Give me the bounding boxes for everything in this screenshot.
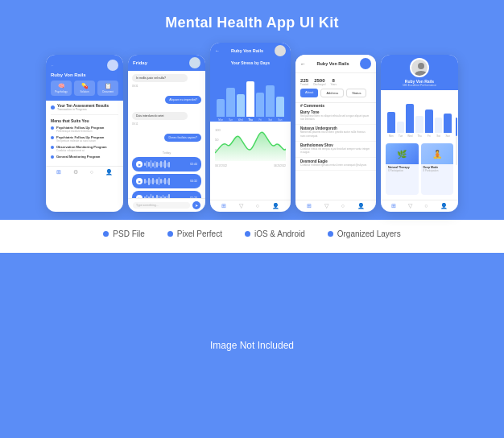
bottom-features-section: PSD File Pixel Perfect iOS & Android Org… [0, 220, 504, 253]
user-avatar [410, 58, 429, 77]
audio-duration: 04:32 [190, 180, 197, 183]
day-label: Sat [435, 134, 443, 138]
stat-label: Years [330, 83, 337, 86]
chart-title: Your Stress by Days [215, 60, 286, 65]
phone-menu: ← Ruby Von Rails 🧠 Psychology 💊 Solution [46, 55, 123, 212]
bar-column [387, 112, 395, 133]
bar-column [217, 99, 225, 117]
bar-rect [217, 99, 225, 117]
audio-message[interactable]: ▶ [132, 191, 201, 198]
filter-icon: ▽ [408, 203, 412, 209]
page-title: Mental Health App UI Kit [16, 14, 488, 31]
avatar [275, 45, 286, 56]
audio-duration: 02:44 [190, 163, 197, 166]
comment-item: Natasya Undergoruth Maecenas placerat ni… [295, 126, 376, 141]
message-input[interactable]: Type something... [133, 202, 190, 209]
feature-cards: 🧠 Psychology 💊 Solution 📋 Document [51, 81, 118, 96]
menu-title: Menu that Suits You [51, 118, 118, 123]
card-deep-mode: 🧘 Deep Mode 8 Participation [421, 143, 454, 195]
card-natural-therapy: 🌿 Natural Therapy 6 Participation [386, 143, 419, 195]
play-button[interactable]: ▶ [136, 161, 143, 167]
bar-column [246, 81, 254, 117]
filter-icon: ⚙ [73, 169, 78, 176]
list-item: Observation Monitoring Program Curabitur… [51, 145, 118, 152]
transaction-subtitle: Transaction in Progress [57, 108, 109, 111]
about-button[interactable]: About [300, 89, 318, 97]
list-item: Psychiatric Follow-Up Program Pellentesq… [51, 126, 118, 133]
profile-icon: 👤 [357, 203, 365, 209]
bar-column [256, 93, 264, 117]
messages-area: In mollis justo vel nulla? 09:31 Aliquam… [128, 71, 205, 198]
menu-item-label: General Monitoring Program [56, 155, 100, 159]
message-text: Donec facilisis sapien? [164, 134, 201, 142]
bottom-nav: ⊞ ⚙ ○ 👤 [46, 166, 123, 178]
feature-label: iOS & Android [254, 229, 305, 238]
bar-rect [246, 81, 254, 117]
date-start: 04/17/2022 [215, 164, 227, 167]
menu-dot [51, 146, 54, 149]
home-icon: ⊞ [56, 169, 61, 176]
send-button[interactable]: ➤ [192, 201, 200, 209]
svg-text:100: 100 [215, 128, 221, 132]
message-bubble-right: Donec facilisis sapien? 02:18 [132, 127, 201, 148]
day-label: Fri [425, 134, 433, 138]
feature-dot [167, 231, 173, 237]
comment-item: Bartholomew Shov Curabitur metus est tem… [295, 143, 376, 158]
line-chart-svg: 100 50 0 [215, 125, 286, 161]
bottom-nav: ⊞ ▽ ○ 👤 [210, 200, 291, 212]
day-labels: Mon Tue Wed Thu Fri Sat Sun [387, 133, 452, 140]
bar-column [415, 116, 423, 133]
bottom-nav: ⊞ ▽ ○ 👤 [381, 200, 458, 212]
menu-dot [51, 126, 54, 130]
bar-column [266, 85, 274, 117]
scrollbar-thumb [456, 118, 457, 136]
chat-day: Friday [133, 60, 147, 65]
bar-rect [256, 93, 264, 117]
bar-rect [226, 88, 234, 117]
feature-layers: Organized Layers [328, 229, 401, 238]
chat-icon: ○ [256, 203, 259, 209]
feature-psd: PSD File [103, 229, 144, 238]
bar-rect [425, 110, 433, 133]
audio-message[interactable]: ▶ [132, 157, 201, 171]
profile-stats: 225 Treated 2500 Discharged 8 Years [295, 73, 376, 102]
comment-item: Desmond Eagle Curabitur molestie egestas… [295, 159, 376, 171]
activity-cards: 🌿 Natural Therapy 6 Participation 🧘 Deep… [381, 140, 458, 198]
bar-column [435, 118, 443, 133]
user-role: 585 Excellent Performance [386, 84, 453, 87]
profile-header: ← Ruby Von Rails [295, 55, 376, 73]
message-text: Duis interdum do artet [132, 112, 188, 120]
status-button[interactable]: Status [346, 89, 366, 97]
username: Ruby Von Rails [51, 72, 118, 77]
audio-message[interactable]: ▶ [132, 174, 201, 188]
menu-item-sub: Curabitur volutpat amet at [56, 149, 107, 152]
chat-icon: ○ [424, 203, 428, 209]
message-bubble-right: Aliquam eu imperdiet? 09:31 [132, 89, 201, 110]
date-end: 04/23/2022 [274, 164, 286, 167]
home-icon: ⊞ [221, 203, 226, 209]
card-solution: 💊 Solution [74, 81, 95, 96]
phones-row: ← Ruby Von Rails 🧠 Psychology 💊 Solution [16, 43, 488, 212]
card-psychology: 🧠 Psychology [51, 81, 72, 96]
message-time: 09:31 [132, 85, 201, 88]
address-button[interactable]: Address [320, 89, 344, 97]
action-buttons: About Address Status [300, 89, 371, 97]
top-section: Mental Health App UI Kit ← Ruby Von Rail… [0, 0, 504, 220]
not-included-bar: Image Not Included [0, 253, 504, 438]
message-time: 09:31 [132, 107, 201, 110]
play-button[interactable]: ▶ [136, 178, 143, 184]
feature-ios: iOS & Android [245, 229, 305, 238]
message-time: 09:11 [132, 122, 201, 126]
avatar [107, 60, 118, 71]
chat-input-area: Type something... ➤ [128, 198, 205, 212]
avatar [360, 58, 371, 69]
bar-rect [387, 112, 395, 133]
comment-text: Maecenas placerat nisi ut libero gravida… [300, 130, 371, 137]
comments-title: # Comments [295, 103, 376, 108]
message-bubble-left: Duis interdum do artet 09:11 [132, 112, 201, 126]
day-label: Wed [406, 134, 414, 138]
comment-text: Curabitur metus est tempus a just tincid… [300, 147, 371, 154]
feature-dot [328, 231, 333, 237]
profile-header-area: Ruby Von Rails 585 Excellent Performance [381, 55, 458, 90]
stat-label: Treated [300, 83, 308, 86]
